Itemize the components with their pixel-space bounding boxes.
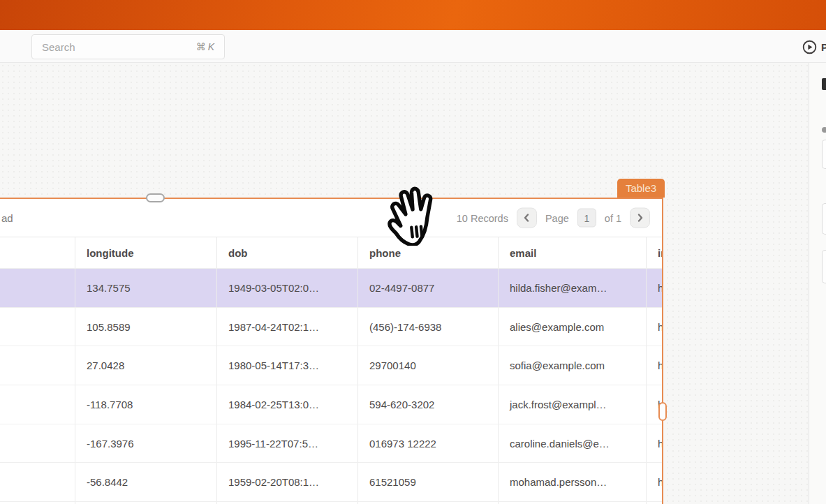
table-toolbar: ad 10 Records Page of 1 (0, 199, 662, 237)
widget-name-tab[interactable]: Table3 (617, 179, 665, 198)
widget-resize-handle-top[interactable] (146, 193, 165, 202)
table-row[interactable]: -56.8442 1959-02-20T08:1… 61521059 moham… (0, 462, 662, 501)
table-cell: jack.frost@exampl… (498, 385, 646, 424)
column-header-longitude[interactable]: longitude (75, 237, 216, 268)
prev-page-button[interactable] (517, 208, 537, 228)
run-area[interactable]: P (802, 39, 826, 54)
column-header-email[interactable]: email (498, 237, 646, 268)
table-cell (0, 385, 75, 424)
page-number-input[interactable] (577, 209, 596, 228)
table-cell: -56.8442 (75, 463, 216, 501)
table-cell: 1959-02-20T08:1… (216, 463, 357, 501)
table-toolbar-truncated-text: ad (1, 212, 13, 224)
table-cell: 594-620-3202 (357, 385, 498, 424)
table-cell (0, 308, 75, 346)
column-header-dob[interactable]: dob (216, 237, 357, 268)
table-row[interactable]: 105.8589 1987-04-24T02:1… (456)-174-6938… (0, 307, 662, 346)
editor-canvas[interactable]: Table3 ad 10 Records Page of 1 (0, 63, 809, 504)
table-cell: ht (646, 463, 662, 501)
table-cell: ht (646, 269, 662, 307)
table-row[interactable]: -167.3976 1995-11-22T07:5… 016973 12222 … (0, 424, 662, 463)
table-cell: 1949-03-05T02:0… (216, 269, 357, 307)
table-cell: ht (646, 308, 662, 346)
panel-dot-icon (822, 127, 826, 133)
table-row[interactable]: 134.7575 1949-03-05T02:0… 02-4497-0877 h… (0, 268, 662, 307)
table-cell: caroline.daniels@e… (498, 424, 646, 463)
panel-input-partial[interactable] (822, 203, 826, 235)
table-cell: 29700140 (357, 346, 498, 385)
chevron-left-icon (523, 214, 530, 223)
table-cell (0, 346, 75, 385)
table-cell: 61521059 (357, 463, 498, 501)
panel-input-partial[interactable] (822, 140, 826, 169)
search-shortcut: ⌘K (196, 41, 214, 52)
page-total-label: of 1 (605, 212, 621, 223)
column-header-image[interactable]: im (646, 237, 662, 268)
search-box[interactable]: ⌘K (31, 34, 225, 59)
table-cell: 105.8589 (75, 308, 216, 346)
table-cell: ht (646, 424, 662, 463)
widget-resize-handle-right[interactable] (658, 402, 667, 421)
table-cell: (456)-174-6938 (357, 308, 498, 346)
play-icon[interactable] (802, 40, 817, 54)
column-header[interactable] (0, 237, 75, 268)
panel-input-partial[interactable] (822, 250, 826, 283)
app-header-bar (0, 0, 826, 30)
table-cell: mohamad.persson… (498, 463, 646, 501)
table-cell (0, 424, 75, 463)
table-cell: 134.7575 (75, 269, 216, 307)
search-strip: ⌘K P (0, 30, 826, 63)
table-cell: alies@example.com (498, 308, 646, 346)
table-cell: -167.3976 (75, 424, 216, 463)
table-widget[interactable]: ad 10 Records Page of 1 (0, 198, 663, 504)
table-cell: 1995-11-22T07:5… (216, 424, 357, 463)
property-panel (809, 63, 826, 504)
run-button-label[interactable]: P (821, 41, 826, 53)
table-cell (0, 463, 75, 501)
table-pagination: 10 Records Page of 1 (457, 208, 650, 228)
table-cell (0, 269, 75, 307)
table-cell: 016973 12222 (357, 424, 498, 463)
table-cell: 02-4497-0877 (357, 269, 498, 307)
table-cell: 1980-05-14T17:3… (216, 346, 357, 385)
panel-heading-fragment (822, 78, 826, 90)
chevron-right-icon (637, 214, 644, 223)
table-header-row: longitude dob phone email im (0, 237, 662, 268)
table-cell: 27.0428 (75, 346, 216, 385)
table-cell: 1984-02-25T13:0… (216, 385, 357, 424)
record-count: 10 Records (457, 212, 508, 223)
table-cell: -118.7708 (75, 385, 216, 424)
search-input[interactable] (42, 41, 168, 53)
table-cell: hilda.fisher@exam… (498, 269, 646, 307)
hand-grab-cursor-icon (381, 186, 443, 246)
table-cell: ht (646, 346, 662, 385)
page-label: Page (545, 212, 569, 223)
next-page-button[interactable] (630, 208, 650, 228)
table-cell: 1987-04-24T02:1… (216, 308, 357, 346)
table-cell: sofia@example.com (498, 346, 646, 385)
table-row-partial[interactable] (0, 501, 662, 504)
table-row[interactable]: 27.0428 1980-05-14T17:3… 29700140 sofia@… (0, 346, 662, 385)
table-row[interactable]: -118.7708 1984-02-25T13:0… 594-620-3202 … (0, 385, 662, 424)
